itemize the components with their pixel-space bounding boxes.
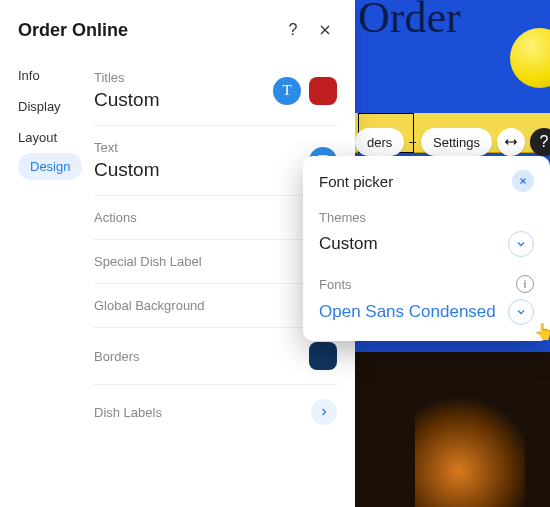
borders-color-swatch[interactable] <box>309 342 337 370</box>
titles-color-swatch[interactable] <box>309 77 337 105</box>
section-label: Text <box>94 140 301 155</box>
fonts-label: Fonts <box>319 277 516 292</box>
section-borders[interactable]: Borders <box>94 328 337 385</box>
themes-value[interactable]: Custom <box>319 234 508 254</box>
section-special-dish[interactable]: Special Dish Label <box>94 240 337 284</box>
panel-tabs: Info Display Layout Design <box>18 56 94 439</box>
pill-settings[interactable]: Settings <box>421 128 492 156</box>
close-button[interactable] <box>313 18 337 42</box>
preview-controls: ders – Settings ? <box>355 128 550 156</box>
text-value[interactable]: Custom <box>94 155 301 181</box>
tab-design[interactable]: Design <box>18 153 82 180</box>
text-style-icon[interactable]: T <box>273 77 301 105</box>
section-label: Titles <box>94 70 265 85</box>
chevron-right-icon[interactable] <box>311 399 337 425</box>
themes-dropdown-icon[interactable] <box>508 231 534 257</box>
preview-hero-text: Order <box>358 0 461 43</box>
fonts-value[interactable]: Open Sans Condensed <box>319 302 508 322</box>
resize-icon[interactable] <box>497 128 525 156</box>
section-global-background[interactable]: Global Background <box>94 284 337 328</box>
help-button[interactable]: ? <box>281 18 305 42</box>
info-icon[interactable]: i <box>516 275 534 293</box>
tab-display[interactable]: Display <box>18 91 94 122</box>
panel-header: Order Online ? <box>0 0 355 56</box>
section-text: Text Custom T <box>94 126 337 196</box>
design-panel: Order Online ? Info Display Layout Desig… <box>0 0 355 507</box>
fonts-dropdown-icon[interactable] <box>508 299 534 325</box>
titles-value[interactable]: Custom <box>94 85 265 111</box>
section-dish-labels[interactable]: Dish Labels <box>94 385 337 439</box>
preview-dish-photo <box>355 352 550 507</box>
pill-orders[interactable]: ders <box>355 128 404 156</box>
panel-title: Order Online <box>18 20 273 41</box>
popover-close-icon[interactable] <box>512 170 534 192</box>
section-actions[interactable]: Actions <box>94 196 337 240</box>
tab-layout[interactable]: Layout <box>18 122 94 153</box>
popover-title: Font picker <box>319 173 512 190</box>
font-picker-popover: Font picker Themes Custom Fonts i Open S… <box>303 156 550 341</box>
pill-separator: – <box>409 135 416 149</box>
help-icon[interactable]: ? <box>530 128 550 156</box>
tab-info[interactable]: Info <box>18 60 94 91</box>
section-titles: Titles Custom T <box>94 56 337 126</box>
themes-label: Themes <box>319 210 534 225</box>
